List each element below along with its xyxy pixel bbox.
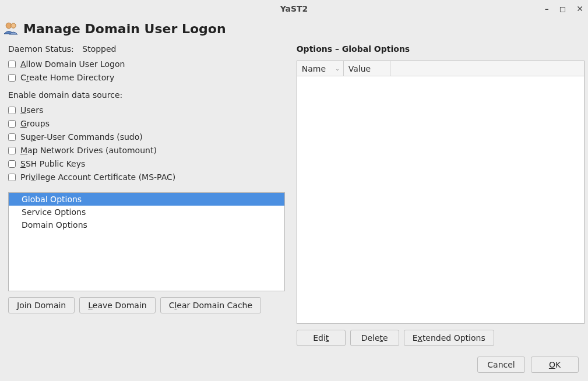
source-ssh-checkbox[interactable]: SSH Public Keys	[8, 159, 285, 168]
source-groups-checkbox[interactable]: Groups	[8, 119, 285, 128]
column-name-label: Name	[302, 64, 326, 73]
column-value[interactable]: Value	[344, 61, 390, 76]
allow-domain-logon-label: Allow Domain User Logon	[20, 59, 125, 69]
daemon-status-label: Daemon Status:	[8, 44, 74, 54]
source-pac-label: Privilege Account Certificate (MS-PAC)	[20, 172, 175, 182]
section-service-options[interactable]: Service Options	[9, 206, 284, 218]
source-pac-checkbox[interactable]: Privilege Account Certificate (MS-PAC)	[8, 172, 285, 182]
window-title: YaST2	[280, 4, 308, 13]
source-mount-input[interactable]	[8, 147, 16, 154]
users-icon	[3, 21, 19, 36]
source-sudo-checkbox[interactable]: Super-User Commands (sudo)	[8, 132, 285, 142]
daemon-status: Daemon Status: Stopped	[8, 44, 285, 54]
source-ssh-input[interactable]	[8, 160, 16, 168]
source-users-checkbox[interactable]: Users	[8, 105, 285, 115]
source-mount-label: Map Network Drives (automount)	[20, 146, 157, 155]
source-users-input[interactable]	[8, 107, 16, 114]
source-groups-label: Groups	[20, 119, 50, 128]
clear-domain-cache-button[interactable]: Clear Domain Cache	[160, 297, 261, 313]
options-table-header: Name ⌄ Value	[297, 61, 584, 76]
enable-source-label: Enable domain data source:	[8, 90, 285, 100]
source-pac-input[interactable]	[8, 174, 16, 181]
titlebar: YaST2 – ◻ ✕	[0, 0, 588, 17]
edit-button[interactable]: Edit	[297, 330, 346, 346]
daemon-status-value: Stopped	[82, 44, 116, 54]
allow-domain-logon-input[interactable]	[8, 61, 16, 68]
create-home-checkbox[interactable]: Create Home Directory	[8, 73, 285, 82]
options-panel-title: Options – Global Options	[297, 44, 585, 54]
page-heading: Manage Domain User Logon	[0, 17, 588, 44]
cancel-button[interactable]: Cancel	[477, 357, 525, 373]
section-domain-options[interactable]: Domain Options	[9, 218, 284, 231]
sort-indicator-icon: ⌄	[335, 66, 340, 72]
options-table[interactable]: Name ⌄ Value	[297, 61, 585, 324]
leave-domain-button[interactable]: Leave Domain	[79, 297, 155, 313]
sections-list[interactable]: Global Options Service Options Domain Op…	[8, 192, 285, 291]
section-global-options[interactable]: Global Options	[9, 193, 284, 206]
extended-options-button[interactable]: Extended Options	[404, 330, 494, 346]
allow-domain-logon-checkbox[interactable]: Allow Domain User Logon	[8, 59, 285, 69]
close-icon[interactable]: ✕	[576, 4, 583, 13]
source-sudo-input[interactable]	[8, 133, 16, 141]
create-home-label: Create Home Directory	[20, 73, 114, 82]
delete-button[interactable]: Delete	[350, 330, 399, 346]
svg-point-1	[11, 23, 16, 28]
source-sudo-label: Super-User Commands (sudo)	[20, 132, 143, 142]
page-title: Manage Domain User Logon	[23, 22, 226, 36]
column-name[interactable]: Name ⌄	[297, 61, 344, 76]
maximize-icon[interactable]: ◻	[559, 4, 566, 13]
create-home-input[interactable]	[8, 74, 16, 82]
source-ssh-label: SSH Public Keys	[20, 159, 85, 168]
join-domain-button[interactable]: Join Domain	[8, 297, 75, 313]
ok-button[interactable]: OK	[531, 357, 579, 373]
minimize-icon[interactable]: –	[545, 4, 549, 13]
options-table-body	[297, 76, 584, 323]
source-groups-input[interactable]	[8, 120, 16, 128]
source-mount-checkbox[interactable]: Map Network Drives (automount)	[8, 146, 285, 155]
column-value-label: Value	[348, 64, 371, 73]
source-users-label: Users	[20, 105, 43, 115]
